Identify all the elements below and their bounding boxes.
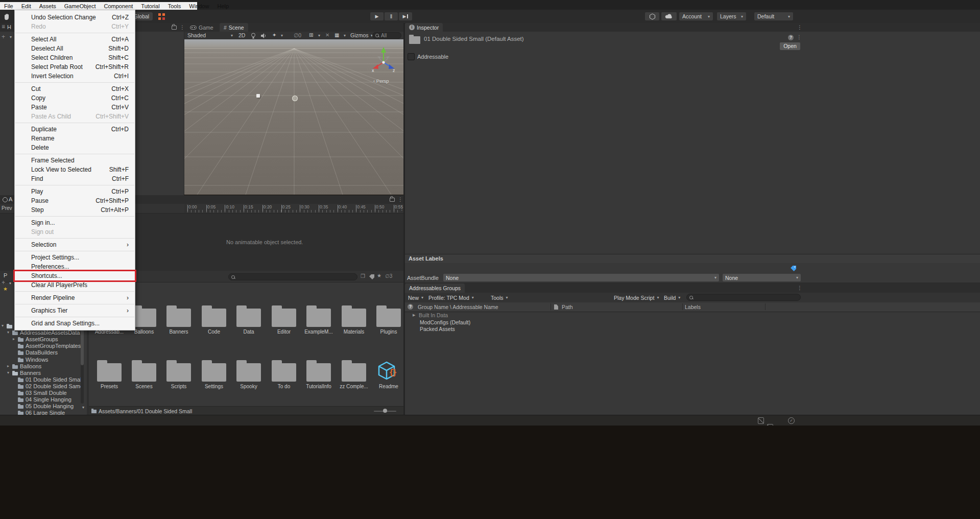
label-search-icon[interactable] bbox=[369, 274, 375, 280]
profile-dropdown[interactable]: Profile: TPC Mod▾ bbox=[427, 294, 475, 301]
assetbundle-variant-dropdown[interactable]: None ▾ bbox=[723, 274, 801, 281]
tree-item-databuilders[interactable]: DataBuilders bbox=[0, 349, 86, 356]
tag-icon[interactable] bbox=[790, 265, 797, 272]
tool-settings-icon[interactable]: ✕ bbox=[325, 32, 329, 38]
project-folder-tile-materials[interactable]: Materials bbox=[338, 305, 370, 335]
menu-item-select-prefab-root[interactable]: Select Prefab RootCtrl+Shift+R bbox=[15, 62, 135, 72]
effects-icon[interactable]: ✦ bbox=[272, 32, 276, 38]
scene-viewport[interactable]: x z ‹ Persp bbox=[184, 39, 404, 195]
zoom-slider-handle[interactable] bbox=[383, 409, 387, 413]
favorites-search-icon[interactable]: ★ bbox=[377, 273, 381, 278]
tab-inspector[interactable]: i Inspector bbox=[405, 23, 443, 32]
tree-expand-icon[interactable]: ▸ bbox=[13, 337, 15, 341]
menu-item-select-children[interactable]: Select ChildrenShift+C bbox=[15, 53, 135, 62]
status-check-icon[interactable]: ✓ bbox=[788, 417, 795, 424]
menu-item-play[interactable]: PlayCtrl+P bbox=[15, 187, 135, 196]
scene-search-input[interactable]: All bbox=[372, 32, 401, 39]
status-icon-1[interactable] bbox=[758, 417, 764, 424]
menubar-item-tutorial[interactable]: Tutorial bbox=[137, 3, 163, 9]
addressable-group-row-modconfigs-default[interactable]: ModConfigs (Default) bbox=[405, 319, 977, 326]
toggle-2d-button[interactable]: 2D bbox=[238, 32, 245, 38]
open-asset-icon[interactable]: ❐ bbox=[361, 273, 365, 279]
row-expand-icon[interactable]: ▶ bbox=[413, 313, 415, 317]
menu-item-pause[interactable]: PauseCtrl+Shift+P bbox=[15, 196, 135, 205]
panel-menu-icon[interactable]: ⋮ bbox=[797, 285, 802, 291]
menu-item-undo-selection-change[interactable]: Undo Selection ChangeCtrl+Z bbox=[15, 13, 135, 22]
project-folder-tile-scenes[interactable]: Scenes bbox=[128, 360, 160, 389]
grid-visibility-icon[interactable]: ⊞ bbox=[309, 32, 313, 38]
project-folder-tile-plugins[interactable]: Plugins bbox=[372, 305, 405, 335]
cloud-button[interactable] bbox=[661, 12, 677, 20]
menu-item-copy[interactable]: CopyCtrl+C bbox=[15, 93, 135, 103]
menu-item-selection[interactable]: Selection› bbox=[15, 240, 135, 249]
menu-item-sign-in[interactable]: Sign in... bbox=[15, 218, 135, 227]
menu-item-deselect-all[interactable]: Deselect AllShift+D bbox=[15, 44, 135, 53]
new-dropdown[interactable]: New▾ bbox=[407, 294, 424, 301]
project-search-input[interactable] bbox=[228, 273, 357, 280]
tab-animation[interactable]: A bbox=[9, 196, 12, 202]
account-dropdown[interactable]: Account▾ bbox=[679, 12, 713, 20]
menu-item-clear-all-playerprefs[interactable]: Clear All PlayerPrefs bbox=[15, 280, 135, 290]
menu-item-lock-view-to-selected[interactable]: Lock View to SelectedShift+F bbox=[15, 165, 135, 174]
open-button[interactable]: Open bbox=[780, 42, 800, 50]
layout-dropdown[interactable]: Default▾ bbox=[754, 12, 793, 20]
step-button[interactable]: ▶ bbox=[399, 12, 412, 20]
build-dropdown[interactable]: Build▾ bbox=[663, 294, 681, 301]
tree-item-assetgrouptemplates[interactable]: AssetGroupTemplates bbox=[0, 343, 86, 349]
lighting-icon[interactable] bbox=[251, 33, 256, 39]
inspector-menu-icon[interactable]: ⋮ bbox=[797, 34, 802, 40]
tree-item-balloons[interactable]: ▸Balloons bbox=[0, 363, 86, 370]
panel-menu-icon[interactable]: ⋮ bbox=[797, 25, 802, 30]
addressable-group-row-built-in-data[interactable]: ▶Built In Data bbox=[405, 312, 977, 319]
tree-expand-icon[interactable]: ▾ bbox=[7, 330, 9, 335]
menubar-item-component[interactable]: Component bbox=[100, 3, 137, 9]
project-folder-tile-banners[interactable]: Banners bbox=[162, 305, 195, 335]
asset-labels-header[interactable]: Asset Labels bbox=[405, 254, 980, 264]
menu-item-frame-selected[interactable]: Frame Selected bbox=[15, 156, 135, 165]
preview-button[interactable]: Prev bbox=[2, 205, 12, 211]
menubar-item-window[interactable]: Window bbox=[185, 3, 213, 9]
menubar-item-tools[interactable]: Tools bbox=[164, 3, 185, 9]
project-folder-tile-editor[interactable]: Editor bbox=[268, 305, 300, 335]
menu-item-cut[interactable]: CutCtrl+X bbox=[15, 84, 135, 93]
menu-item-rename[interactable]: Rename bbox=[15, 134, 135, 143]
tools-dropdown[interactable]: Tools▾ bbox=[490, 294, 509, 301]
menu-item-paste-as-child[interactable]: Paste As ChildCtrl+Shift+V bbox=[15, 112, 135, 121]
column-labels[interactable]: Labels bbox=[685, 304, 701, 310]
menubar-item-help[interactable]: Help bbox=[213, 3, 233, 9]
menu-item-sign-out[interactable]: Sign out bbox=[15, 227, 135, 237]
grid-snap-icon[interactable] bbox=[158, 13, 161, 16]
menu-item-step[interactable]: StepCtrl+Alt+P bbox=[15, 205, 135, 215]
project-folder-tile-code[interactable]: Code bbox=[198, 305, 230, 335]
project-folder-tile-examplem[interactable]: ExampleM... bbox=[302, 305, 335, 335]
menu-item-invert-selection[interactable]: Invert SelectionCtrl+I bbox=[15, 72, 135, 81]
breadcrumb[interactable]: Assets/Banners/01 Double Sided Small bbox=[99, 408, 192, 414]
tree-item-addressableassetsdata[interactable]: ▾AddressableAssetsData bbox=[0, 329, 86, 336]
tree-item-assetgroups[interactable]: ▸AssetGroups bbox=[0, 336, 86, 343]
tab-project[interactable]: P bbox=[4, 272, 7, 278]
menu-item-shortcuts[interactable]: Shortcuts... bbox=[15, 271, 135, 280]
lock-icon[interactable] bbox=[172, 26, 177, 30]
help-icon[interactable]: ? bbox=[408, 304, 413, 310]
project-folder-tile-settings[interactable]: Settings bbox=[198, 360, 230, 389]
tab-addressables-groups[interactable]: Addressables Groups bbox=[405, 284, 465, 293]
assetbundle-dropdown[interactable]: None ▾ bbox=[443, 274, 719, 281]
menu-item-duplicate[interactable]: DuplicateCtrl+D bbox=[15, 125, 135, 134]
hand-tool-icon[interactable] bbox=[3, 13, 11, 21]
help-icon[interactable]: ? bbox=[788, 35, 794, 40]
tree-item-04-single-hanging[interactable]: 04 Single Hanging bbox=[0, 396, 86, 403]
tree-expand-icon[interactable]: ▾ bbox=[7, 370, 9, 375]
perspective-toggle[interactable]: ‹ Persp bbox=[373, 78, 389, 84]
menubar-item-file[interactable]: File bbox=[0, 3, 17, 9]
tree-item-01-double-sided-small[interactable]: 01 Double Sided Small bbox=[0, 376, 86, 383]
hidden-objects-count[interactable]: ∅0 bbox=[294, 32, 301, 38]
addressable-group-row-packed-assets[interactable]: Packed Assets bbox=[405, 326, 977, 333]
tab-hierarchy[interactable]: H bbox=[7, 24, 11, 30]
tree-item-05-double-hanging[interactable]: 05 Double Hanging bbox=[0, 403, 86, 410]
addressable-checkbox[interactable] bbox=[408, 53, 415, 60]
project-folder-tile-to-do[interactable]: To do bbox=[268, 360, 300, 389]
play-button[interactable]: ▶ bbox=[370, 12, 384, 20]
layers-dropdown[interactable]: Layers▾ bbox=[717, 12, 746, 20]
scroll-down-icon[interactable]: ▾ bbox=[82, 405, 84, 410]
menu-item-render-pipeline[interactable]: Render Pipeline› bbox=[15, 293, 135, 302]
